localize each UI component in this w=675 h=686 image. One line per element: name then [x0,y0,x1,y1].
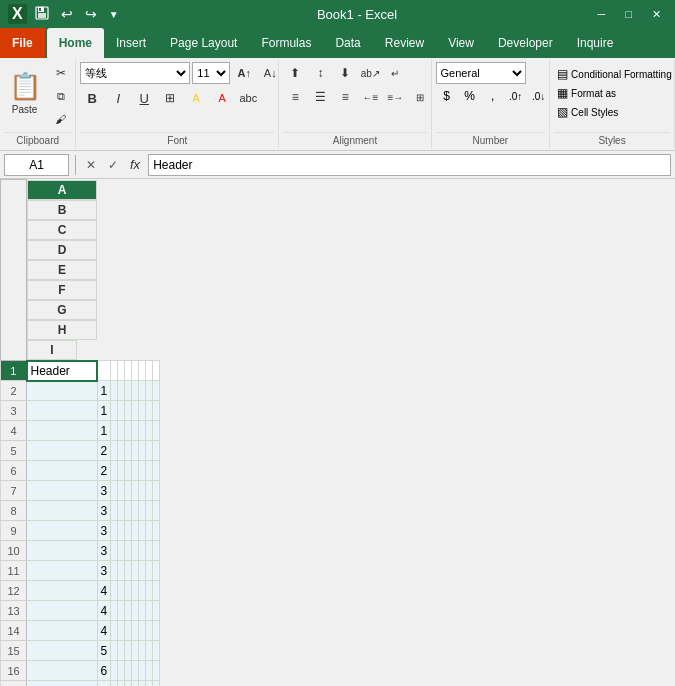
close-button[interactable]: ✕ [646,8,667,21]
cell[interactable] [27,521,98,541]
cell[interactable] [132,601,139,621]
cancel-formula-button[interactable]: ✕ [82,158,100,172]
cell[interactable] [125,481,132,501]
cell[interactable] [111,681,118,687]
cell[interactable] [139,541,146,561]
cell[interactable] [153,401,160,421]
cell[interactable] [111,481,118,501]
cell[interactable] [132,401,139,421]
cell[interactable] [139,561,146,581]
format-painter-button[interactable]: 🖌 [49,108,73,130]
cell[interactable] [118,501,125,521]
cell[interactable] [153,521,160,541]
cell[interactable] [139,361,146,381]
row-number[interactable]: 15 [1,641,27,661]
cell[interactable] [139,601,146,621]
row-number[interactable]: 7 [1,481,27,501]
col-header-f[interactable]: F [27,280,97,300]
cell[interactable] [27,661,98,681]
text-effects-button[interactable]: abc [236,87,260,109]
cell[interactable] [111,441,118,461]
merge-center-button[interactable]: ⊞ [408,86,432,108]
cell[interactable] [118,481,125,501]
cell[interactable] [153,561,160,581]
cell-reference-box[interactable] [4,154,69,176]
customize-button[interactable]: ▼ [105,7,123,22]
row-number[interactable]: 14 [1,621,27,641]
cell[interactable] [111,401,118,421]
cell[interactable] [153,581,160,601]
cell[interactable]: 6 [97,661,111,681]
cell[interactable] [139,581,146,601]
cell[interactable] [146,621,153,641]
cell[interactable] [111,601,118,621]
cell[interactable] [146,541,153,561]
cell[interactable] [139,681,146,687]
cell[interactable] [146,681,153,687]
maximize-button[interactable]: □ [619,8,638,21]
cell[interactable] [125,561,132,581]
cell[interactable] [111,381,118,401]
col-header-c[interactable]: C [27,220,97,240]
cell[interactable] [118,461,125,481]
row-number[interactable]: 8 [1,501,27,521]
cell[interactable] [111,521,118,541]
cell[interactable] [146,401,153,421]
cell[interactable] [146,501,153,521]
cell[interactable]: 3 [97,561,111,581]
cell[interactable]: 1 [97,381,111,401]
tab-page-layout[interactable]: Page Layout [158,28,249,58]
cell[interactable] [111,581,118,601]
cell[interactable] [153,621,160,641]
cell[interactable]: 2 [97,461,111,481]
tab-file[interactable]: File [0,28,45,58]
cell[interactable] [146,381,153,401]
cell[interactable] [132,361,139,381]
cell[interactable] [27,641,98,661]
tab-home[interactable]: Home [47,28,104,58]
cell[interactable] [125,461,132,481]
cell[interactable] [132,461,139,481]
cell[interactable] [118,581,125,601]
tab-formulas[interactable]: Formulas [249,28,323,58]
col-header-b[interactable]: B [27,200,97,220]
tab-inquire[interactable]: Inquire [565,28,626,58]
cell[interactable] [118,661,125,681]
save-button[interactable] [31,4,53,25]
cell[interactable] [153,501,160,521]
font-color-button[interactable]: A [210,87,234,109]
cell[interactable] [132,421,139,441]
cell[interactable] [27,441,98,461]
cell[interactable] [153,461,160,481]
cell[interactable] [139,621,146,641]
cell[interactable] [118,641,125,661]
cell[interactable] [146,521,153,541]
tab-insert[interactable]: Insert [104,28,158,58]
cell[interactable] [139,401,146,421]
cell[interactable] [139,461,146,481]
cell[interactable] [146,361,153,381]
row-number[interactable]: 13 [1,601,27,621]
cell[interactable] [27,501,98,521]
font-name-select[interactable]: 等线 [80,62,190,84]
cell[interactable] [118,421,125,441]
cell[interactable] [139,421,146,441]
cell[interactable]: 6 [97,681,111,687]
cell[interactable] [153,441,160,461]
cut-button[interactable]: ✂ [49,62,73,84]
align-middle-button[interactable]: ↕ [308,62,332,84]
cell[interactable] [132,641,139,661]
cell[interactable] [27,541,98,561]
cell[interactable] [146,421,153,441]
cell[interactable] [111,661,118,681]
row-number[interactable]: 1 [1,361,27,381]
cell[interactable] [111,561,118,581]
cell[interactable] [139,441,146,461]
percent-button[interactable]: % [459,86,481,106]
cell[interactable] [118,361,125,381]
cell[interactable] [27,621,98,641]
row-number[interactable]: 12 [1,581,27,601]
cell[interactable] [118,441,125,461]
cell[interactable] [125,441,132,461]
row-number[interactable]: 9 [1,521,27,541]
